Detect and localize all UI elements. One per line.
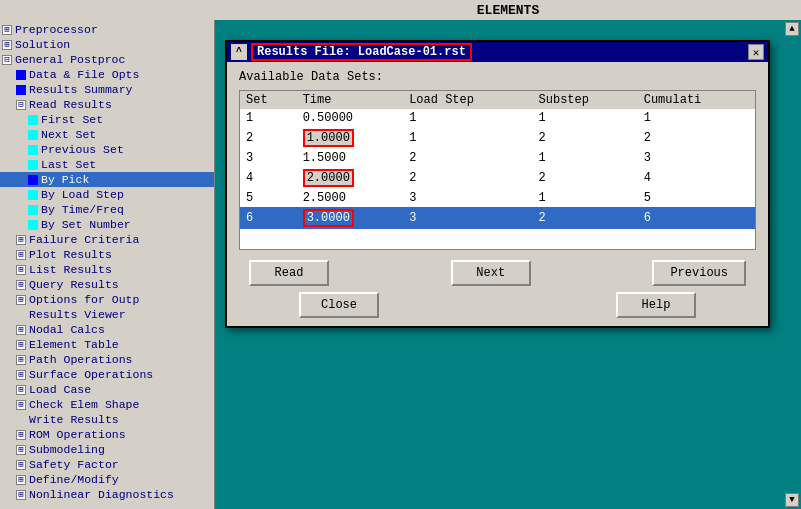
expand-icon: ⊞ (16, 370, 26, 380)
sidebar-item-define-modify[interactable]: ⊞ Define/Modify (0, 472, 214, 487)
cell-time: 2.5000 (297, 189, 404, 207)
read-button[interactable]: Read (249, 260, 329, 286)
table-header-row: Set Time Load Step Substep Cumulati (240, 91, 755, 109)
close-button[interactable]: Close (299, 292, 379, 318)
sidebar-item-options-outp[interactable]: ⊞ Options for Outp (0, 292, 214, 307)
sidebar-item-label: By Time/Freq (41, 203, 124, 216)
scroll-up-button[interactable]: ▲ (785, 22, 799, 36)
sidebar-item-label: Preprocessor (15, 23, 98, 36)
modal-titlebar: ^ Results File: LoadCase-01.rst ✕ (227, 42, 768, 62)
next-button[interactable]: Next (451, 260, 531, 286)
help-button[interactable]: Help (616, 292, 696, 318)
sidebar-item-first-set[interactable]: First Set (0, 112, 214, 127)
cell-loadstep: 1 (403, 127, 532, 149)
sidebar-item-element-table[interactable]: ⊞ Element Table (0, 337, 214, 352)
sidebar-item-nonlinear-diagnostics[interactable]: ⊞ Nonlinear Diagnostics (0, 487, 214, 502)
cell-set: 1 (240, 109, 297, 127)
elements-label: ELEMENTS (477, 3, 539, 18)
expand-icon: ⊞ (16, 295, 26, 305)
table-row[interactable]: 10.50000111 (240, 109, 755, 127)
sidebar-item-failure-criteria[interactable]: ⊞ Failure Criteria (0, 232, 214, 247)
blue-icon (16, 70, 26, 80)
logo-text: ^ (236, 47, 242, 58)
cell-loadstep: 2 (403, 167, 532, 189)
expand-icon: ⊞ (16, 430, 26, 440)
sidebar-item-label: Read Results (29, 98, 112, 111)
sidebar-item-label: Plot Results (29, 248, 112, 261)
sidebar-item-read-results[interactable]: ⊟ Read Results (0, 97, 214, 112)
cyan-icon (28, 205, 38, 215)
scroll-down-button[interactable]: ▼ (785, 493, 799, 507)
previous-button[interactable]: Previous (652, 260, 746, 286)
cell-substep: 2 (533, 167, 638, 189)
sidebar-item-label: Next Set (41, 128, 96, 141)
col-header-cumulative: Cumulati (638, 91, 755, 109)
cell-set: 5 (240, 189, 297, 207)
sidebar-item-nodal-calcs[interactable]: ⊞ Nodal Calcs (0, 322, 214, 337)
sidebar-item-by-pick[interactable]: By Pick (0, 172, 214, 187)
sidebar-item-general-postproc[interactable]: ⊟ General Postproc (0, 52, 214, 67)
sidebar-item-label: Failure Criteria (29, 233, 139, 246)
sidebar-item-write-results[interactable]: Write Results (0, 412, 214, 427)
cyan-icon (28, 220, 38, 230)
expand-icon: ⊞ (16, 475, 26, 485)
sidebar-item-label: Path Operations (29, 353, 133, 366)
sidebar-item-data-file-opts[interactable]: Data & File Opts (0, 67, 214, 82)
sidebar-item-results-summary[interactable]: Results Summary (0, 82, 214, 97)
table-row[interactable]: 42.0000224 (240, 167, 755, 189)
expand-icon: ⊞ (16, 235, 26, 245)
blue-icon (28, 175, 38, 185)
cyan-icon (28, 115, 38, 125)
sidebar-item-last-set[interactable]: Last Set (0, 157, 214, 172)
cell-set: 3 (240, 149, 297, 167)
expand-icon: ⊞ (2, 40, 12, 50)
sidebar-item-plot-results[interactable]: ⊞ Plot Results (0, 247, 214, 262)
cell-substep: 1 (533, 109, 638, 127)
sidebar-item-submodeling[interactable]: ⊞ Submodeling (0, 442, 214, 457)
table-row[interactable]: 21.0000122 (240, 127, 755, 149)
sidebar-item-label: Previous Set (41, 143, 124, 156)
sidebar-item-safety-factor[interactable]: ⊞ Safety Factor (0, 457, 214, 472)
expand-icon: ⊞ (16, 400, 26, 410)
modal-title: Results File: LoadCase-01.rst (251, 43, 472, 61)
sidebar-item-load-case[interactable]: ⊞ Load Case (0, 382, 214, 397)
sidebar-item-check-elem-shape[interactable]: ⊞ Check Elem Shape (0, 397, 214, 412)
table-row[interactable]: 31.5000213 (240, 149, 755, 167)
sidebar-item-label: Element Table (29, 338, 119, 351)
cell-substep: 2 (533, 127, 638, 149)
sidebar-item-preprocessor[interactable]: ⊞ Preprocessor (0, 22, 214, 37)
sidebar-item-rom-operations[interactable]: ⊞ ROM Operations (0, 427, 214, 442)
sidebar-item-results-viewer[interactable]: Results Viewer (0, 307, 214, 322)
sidebar-item-next-set[interactable]: Next Set (0, 127, 214, 142)
expand-icon: ⊞ (16, 265, 26, 275)
sidebar-item-by-load-step[interactable]: By Load Step (0, 187, 214, 202)
cell-set: 4 (240, 167, 297, 189)
sidebar-item-label: List Results (29, 263, 112, 276)
right-scrollbar-area: ▲ ▼ (783, 20, 801, 509)
cell-cumulative: 3 (638, 149, 755, 167)
cell-loadstep: 3 (403, 207, 532, 229)
sidebar-item-label: First Set (41, 113, 103, 126)
sidebar-item-solution[interactable]: ⊞ Solution (0, 37, 214, 52)
sidebar-item-label: Write Results (29, 413, 119, 426)
cell-substep: 1 (533, 149, 638, 167)
sidebar-item-label: Safety Factor (29, 458, 119, 471)
sidebar-item-label: ROM Operations (29, 428, 126, 441)
sidebar-item-label: Results Viewer (29, 308, 126, 321)
expand-icon: ⊞ (16, 385, 26, 395)
sidebar-item-previous-set[interactable]: Previous Set (0, 142, 214, 157)
blue-icon (16, 85, 26, 95)
table-row[interactable]: 52.5000315 (240, 189, 755, 207)
modal-close-button[interactable]: ✕ (748, 44, 764, 60)
sidebar-item-query-results[interactable]: ⊞ Query Results (0, 277, 214, 292)
cell-time: 2.0000 (297, 167, 404, 189)
sidebar-item-by-set-number[interactable]: By Set Number (0, 217, 214, 232)
expand-icon: ⊟ (2, 55, 12, 65)
sidebar-item-path-operations[interactable]: ⊞ Path Operations (0, 352, 214, 367)
sidebar-item-surface-operations[interactable]: ⊞ Surface Operations (0, 367, 214, 382)
app-window: ELEMENTS ⊞ Preprocessor ⊞ Solution ⊟ Gen… (0, 0, 801, 509)
sidebar-item-by-time-freq[interactable]: By Time/Freq (0, 202, 214, 217)
table-row[interactable]: 63.0000326 (240, 207, 755, 229)
col-header-loadstep: Load Step (403, 91, 532, 109)
sidebar-item-list-results[interactable]: ⊞ List Results (0, 262, 214, 277)
